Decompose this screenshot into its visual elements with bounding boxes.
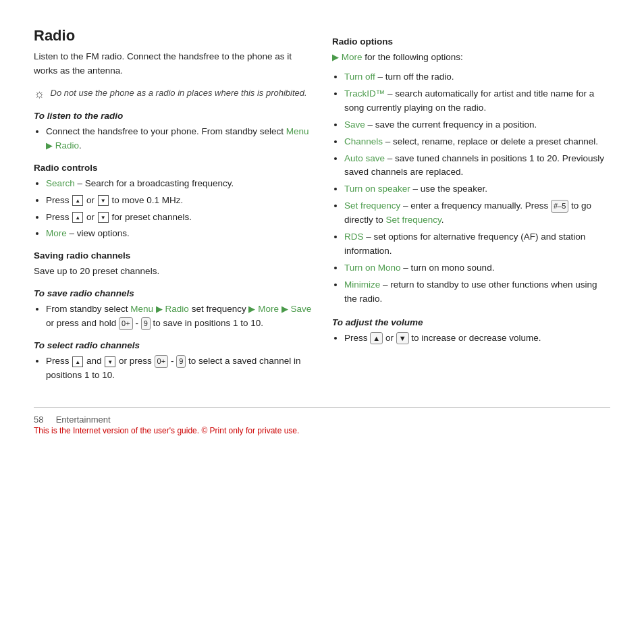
save-channels-list: From standby select Menu ▶ Radio set fre…: [34, 302, 312, 331]
list-item: Turn on speaker – use the speaker.: [344, 182, 610, 196]
controls-title: Radio controls: [34, 163, 312, 173]
save-link: Save: [291, 304, 312, 314]
options-intro: ▶ More for the following options:: [332, 51, 610, 65]
menu-link: Menu: [286, 126, 309, 136]
list-item: Press ▲ or ▼ for preset channels.: [46, 211, 312, 225]
list-item: Set frequency – enter a frequency manual…: [344, 199, 610, 227]
footer-page-section: 58 Entertainment: [34, 414, 610, 425]
nav-down3-icon: ▼: [105, 356, 115, 367]
mono-link: Turn on Mono: [344, 263, 401, 273]
nav-up3-icon: ▲: [72, 356, 83, 367]
setfreq-link2: Set frequency: [386, 215, 441, 225]
nav-up2-icon: ▲: [72, 212, 83, 223]
list-item: Press ▲ or ▼ to move 0.1 MHz.: [46, 194, 312, 208]
kbd-9: 9: [141, 317, 151, 330]
footer: 58 Entertainment This is the Internet ve…: [34, 407, 610, 435]
list-item: Press ▲ and ▼ or press 0+ - 9 to select …: [46, 354, 312, 383]
trackid-link: TrackID™: [344, 88, 385, 99]
more-link3: More: [342, 52, 363, 62]
options-title: Radio options: [332, 36, 610, 47]
list-item: Save – save the current frequency in a p…: [344, 118, 610, 132]
page-layout: Radio Listen to the FM radio. Connect th…: [34, 27, 610, 387]
volume-list: Press ▲ or ▼ to increase or decrease vol…: [332, 331, 610, 346]
intro-text: Listen to the FM radio. Connect the hand…: [34, 50, 312, 78]
channels-link: Channels: [344, 136, 383, 146]
select-title: To select radio channels: [34, 340, 312, 350]
list-item: RDS – set options for alternative freque…: [344, 230, 610, 259]
save-link2: Save: [344, 119, 365, 130]
list-item: Channels – select, rename, replace or de…: [344, 135, 610, 149]
nav-up-icon: ▲: [72, 195, 83, 206]
rds-link: RDS: [344, 232, 364, 242]
controls-list: Search – Search for a broadcasting frequ…: [34, 177, 312, 242]
page-number: 58: [34, 414, 43, 425]
nav-down-icon: ▼: [98, 195, 109, 206]
right-column: Radio options ▶ More for the following o…: [332, 27, 610, 387]
setfreq-link: Set frequency: [344, 200, 400, 211]
footer-section: Entertainment: [46, 414, 110, 425]
save-channels-title: To save radio channels: [34, 288, 312, 298]
radio-link: Radio: [55, 140, 79, 151]
speaker-link: Turn on speaker: [344, 184, 410, 194]
minimize-link: Minimize: [344, 279, 380, 290]
list-item: From standby select Menu ▶ Radio set fre…: [46, 302, 312, 331]
list-item: Press ▲ or ▼ to increase or decrease vol…: [344, 331, 610, 346]
kbd-hash: #–5: [551, 200, 568, 213]
list-item: More – view options.: [46, 227, 312, 241]
kbd-9-2: 9: [176, 355, 186, 368]
arrow-icon: ▶: [332, 52, 339, 62]
list-item: Minimize – return to standby to use othe…: [344, 278, 610, 306]
list-item: Turn on Mono – turn on mono sound.: [344, 261, 610, 275]
footer-notice: This is the Internet version of the user…: [34, 426, 610, 435]
kbd-vol-down: ▼: [396, 332, 409, 345]
autosave-link: Auto save: [344, 153, 385, 163]
select-list: Press ▲ and ▼ or press 0+ - 9 to select …: [34, 354, 312, 383]
listen-title: To listen to the radio: [34, 111, 312, 121]
list-item: Connect the handsfree to your phone. Fro…: [46, 125, 312, 153]
page-title: Radio: [34, 27, 312, 45]
volume-title: To adjust the volume: [332, 317, 610, 327]
lightbulb-icon: ☼: [34, 87, 45, 101]
saving-title: Saving radio channels: [34, 250, 312, 261]
kbd-0plus2: 0+: [155, 355, 169, 368]
turnoff-link: Turn off: [344, 72, 375, 82]
list-item: TrackID™ – search automatically for arti…: [344, 87, 610, 115]
menu-link2: Menu: [130, 304, 153, 314]
more-link2: More: [258, 304, 279, 314]
saving-desc: Save up to 20 preset channels.: [34, 265, 312, 279]
more-link: More: [46, 228, 67, 238]
options-list: Turn off – turn off the radio. TrackID™ …: [332, 70, 610, 306]
list-item: Auto save – save tuned channels in posit…: [344, 152, 610, 180]
note-text: Do not use the phone as a radio in place…: [51, 86, 307, 100]
list-item: Turn off – turn off the radio.: [344, 70, 610, 84]
note-box: ☼ Do not use the phone as a radio in pla…: [34, 86, 312, 101]
kbd-vol-up: ▲: [370, 332, 383, 345]
search-link: Search: [46, 178, 75, 188]
radio-link2: Radio: [165, 304, 189, 314]
list-item: Search – Search for a broadcasting frequ…: [46, 177, 312, 191]
nav-down2-icon: ▼: [98, 212, 109, 223]
kbd-0plus: 0+: [119, 317, 133, 330]
listen-list: Connect the handsfree to your phone. Fro…: [34, 125, 312, 153]
left-column: Radio Listen to the FM radio. Connect th…: [34, 27, 312, 387]
